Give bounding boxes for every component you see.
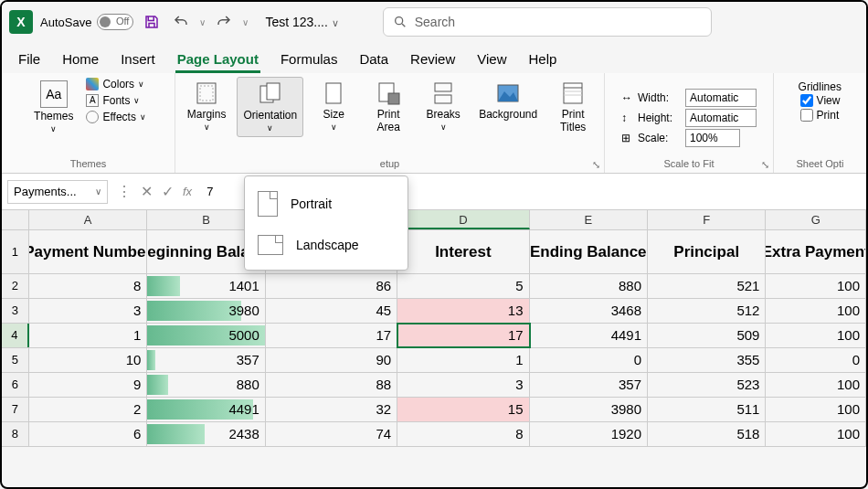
orientation-landscape-item[interactable]: Landscape — [245, 226, 408, 264]
cell[interactable]: 10 — [29, 348, 147, 372]
row-header-1[interactable]: 1 — [2, 230, 29, 273]
cell[interactable]: 1 — [29, 324, 147, 347]
cell[interactable]: 2 — [29, 398, 147, 421]
header-cell[interactable]: Ending Balance — [530, 230, 648, 274]
row-header-7[interactable]: 7 — [2, 398, 29, 421]
cell[interactable]: 523 — [648, 373, 766, 397]
cell[interactable]: 521 — [648, 274, 766, 298]
cell[interactable]: 100 — [766, 373, 866, 397]
search-input[interactable]: Search — [383, 7, 712, 37]
tab-page-layout[interactable]: Page Layout — [175, 48, 260, 73]
colors-button[interactable]: Colors ∨ — [84, 77, 147, 91]
cell[interactable]: 357 — [147, 348, 265, 372]
cell[interactable]: 518 — [648, 422, 766, 446]
autosave-toggle[interactable]: AutoSave Off — [40, 14, 133, 30]
save-icon[interactable] — [141, 11, 163, 33]
background-button[interactable]: Background — [473, 77, 543, 124]
cell[interactable]: 9 — [29, 373, 147, 397]
autosave-switch[interactable]: Off — [97, 14, 133, 30]
cancel-icon[interactable]: ✕ — [141, 183, 153, 200]
cell[interactable]: 8 — [29, 274, 147, 298]
tab-insert[interactable]: Insert — [119, 48, 157, 73]
tab-home[interactable]: Home — [60, 48, 101, 73]
row-header-6[interactable]: 6 — [2, 373, 29, 397]
gridlines-print-checkbox[interactable]: Print — [799, 108, 842, 122]
col-header-a[interactable]: A — [29, 210, 147, 229]
cell[interactable]: 8 — [397, 422, 529, 446]
header-cell[interactable]: Payment Number — [29, 230, 147, 274]
cell[interactable]: 100 — [766, 274, 866, 298]
cell[interactable]: 1401 — [147, 274, 265, 298]
cell[interactable]: 45 — [266, 299, 397, 323]
cell[interactable]: 3468 — [530, 299, 648, 323]
cell[interactable]: 100 — [766, 299, 866, 323]
cell[interactable]: 100 — [766, 324, 866, 347]
cell[interactable]: 511 — [648, 398, 766, 421]
cell[interactable]: 4491 — [147, 398, 265, 421]
cell[interactable]: 880 — [530, 274, 648, 298]
width-select[interactable] — [685, 89, 757, 107]
header-cell[interactable]: Principal — [648, 230, 766, 274]
cell[interactable]: 3980 — [530, 398, 648, 421]
col-header-g[interactable]: G — [766, 210, 866, 229]
fx-icon[interactable]: fx — [183, 185, 192, 198]
tab-file[interactable]: File — [16, 48, 42, 73]
tab-formulas[interactable]: Formulas — [279, 48, 340, 73]
print-titles-button[interactable]: Print Titles — [548, 77, 598, 137]
cell[interactable]: 512 — [648, 299, 766, 323]
cell[interactable]: 5 — [397, 274, 529, 298]
cell[interactable]: 90 — [266, 348, 397, 372]
enter-icon[interactable]: ✓ — [162, 183, 174, 200]
gridlines-view-checkbox[interactable]: View — [799, 93, 842, 108]
tab-data[interactable]: Data — [357, 48, 390, 73]
cell[interactable]: 100 — [766, 422, 866, 446]
cell[interactable]: 5000 — [147, 324, 265, 347]
tab-review[interactable]: Review — [408, 48, 457, 73]
cell[interactable]: 17 — [266, 324, 397, 347]
print-area-button[interactable]: Print Area — [364, 77, 413, 137]
undo-dropdown-icon[interactable]: ∨ — [199, 17, 206, 27]
themes-button[interactable]: Aa Themes ∨ — [28, 77, 79, 137]
cell[interactable]: 2438 — [147, 422, 265, 446]
cell[interactable]: 0 — [766, 348, 866, 372]
cell[interactable]: 86 — [266, 274, 397, 298]
cell[interactable]: 1 — [397, 348, 529, 372]
chevron-down-icon[interactable]: ∨ — [95, 186, 101, 197]
cell[interactable]: 3 — [397, 373, 529, 397]
filename[interactable]: Test 123.... ∨ — [265, 15, 338, 29]
cell[interactable]: 6 — [29, 422, 147, 446]
cell[interactable]: 4491 — [530, 324, 648, 347]
row-header-3[interactable]: 3 — [2, 299, 29, 323]
col-header-d[interactable]: D — [397, 210, 529, 229]
cell[interactable]: 355 — [648, 348, 766, 372]
scale-launcher-icon[interactable]: ⤡ — [761, 159, 769, 171]
margins-button[interactable]: Margins∨ — [182, 77, 232, 135]
cell[interactable]: 32 — [266, 398, 397, 421]
tab-help[interactable]: Help — [527, 48, 559, 73]
cell[interactable]: 0 — [530, 348, 648, 372]
header-cell[interactable]: Extra Payment — [766, 230, 866, 274]
cell[interactable]: 3 — [29, 299, 147, 323]
cell[interactable]: 357 — [530, 373, 648, 397]
select-all-corner[interactable] — [2, 210, 29, 229]
cell[interactable]: 15 — [397, 398, 529, 421]
height-select[interactable] — [685, 109, 757, 127]
size-button[interactable]: Size∨ — [309, 77, 358, 135]
cell[interactable]: 88 — [266, 373, 397, 397]
undo-icon[interactable] — [170, 11, 192, 33]
qat-customize-icon[interactable]: ∨ — [242, 17, 249, 27]
cell[interactable]: 13 — [397, 299, 529, 323]
cell[interactable]: 74 — [266, 422, 397, 446]
cell[interactable]: 17 — [397, 324, 529, 347]
header-cell[interactable]: Interest — [397, 230, 529, 274]
page-setup-launcher-icon[interactable]: ⤡ — [592, 159, 600, 171]
redo-icon[interactable] — [213, 11, 235, 33]
cell[interactable]: 100 — [766, 398, 866, 421]
cell[interactable]: 880 — [147, 373, 265, 397]
row-header-8[interactable]: 8 — [2, 422, 29, 446]
breaks-button[interactable]: Breaks∨ — [418, 77, 468, 135]
cell[interactable]: 1920 — [530, 422, 648, 446]
effects-button[interactable]: Effects ∨ — [84, 110, 147, 124]
row-header-2[interactable]: 2 — [2, 274, 29, 298]
cell[interactable]: 3980 — [147, 299, 265, 323]
